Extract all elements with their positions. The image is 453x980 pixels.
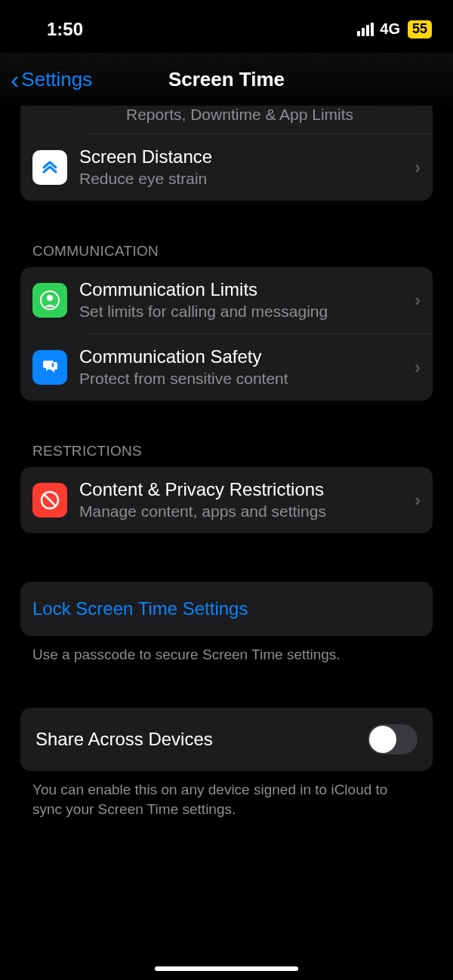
row-communication-safety[interactable]: Communication Safety Protect from sensit… [20,334,433,401]
row-text: Content & Privacy Restrictions Manage co… [79,479,407,521]
row-title: Content & Privacy Restrictions [79,479,407,500]
row-text: Communication Limits Set limits for call… [79,279,407,321]
svg-rect-3 [52,363,54,365]
section-header-communication: COMMUNICATION [20,243,433,267]
chevron-left-icon: ‹ [11,66,19,92]
page-title: Screen Time [168,68,285,91]
link-label: Lock Screen Time Settings [32,598,248,619]
top-group: Reports, Downtime & App Limits Screen Di… [20,106,433,201]
chevron-right-icon: › [414,490,421,511]
share-toggle[interactable] [368,724,418,754]
group-restrictions: Content & Privacy Restrictions Manage co… [20,467,433,533]
row-title: Communication Limits [79,279,407,300]
chevron-right-icon: › [414,157,421,178]
row-sub: Reduce eye strain [79,169,407,189]
network-label: 4G [380,20,400,38]
toggle-knob [369,726,396,753]
screen-distance-icon [32,150,67,185]
row-sub: Manage content, apps and settings [79,502,407,521]
status-time: 1:50 [47,19,83,40]
no-entry-icon [32,483,67,518]
back-label: Settings [21,68,92,91]
toggle-label: Share Across Devices [35,729,368,750]
row-sub: Set limits for calling and messaging [79,302,407,321]
row-title: Screen Distance [79,146,407,167]
chevron-right-icon: › [414,290,421,311]
group-lock: Lock Screen Time Settings [20,582,433,636]
nav-bar: ‹ Settings Screen Time [0,53,453,106]
row-content-privacy[interactable]: Content & Privacy Restrictions Manage co… [20,467,433,533]
row-reports-partial[interactable]: Reports, Downtime & App Limits [20,106,433,134]
row-sub: Reports, Downtime & App Limits [126,106,353,124]
status-right: 4G 55 [357,20,432,38]
svg-point-1 [47,295,53,301]
home-indicator[interactable] [155,966,298,971]
footer-lock: Use a passcode to secure Screen Time set… [20,636,433,665]
row-share-across-devices: Share Across Devices [20,708,433,771]
svg-line-5 [45,495,55,505]
group-communication: Communication Limits Set limits for call… [20,267,433,401]
section-header-restrictions: RESTRICTIONS [20,443,433,467]
row-text: Communication Safety Protect from sensit… [79,346,407,389]
row-title: Communication Safety [79,346,407,367]
back-button[interactable]: ‹ Settings [11,66,92,92]
speech-bubble-alert-icon [32,350,67,385]
battery-level: 55 [408,20,432,38]
row-screen-distance[interactable]: Screen Distance Reduce eye strain › [20,134,433,201]
status-bar: 1:50 4G 55 [0,0,453,53]
row-text: Screen Distance Reduce eye strain [79,146,407,189]
row-sub: Protect from sensitive content [79,369,407,389]
row-communication-limits[interactable]: Communication Limits Set limits for call… [20,267,433,333]
person-circle-icon [32,283,67,318]
cellular-signal-icon [357,23,374,36]
footer-share: You can enable this on any device signed… [20,771,433,820]
group-share: Share Across Devices [20,708,433,771]
row-lock-screen-time[interactable]: Lock Screen Time Settings [20,582,433,636]
chevron-right-icon: › [414,357,421,378]
